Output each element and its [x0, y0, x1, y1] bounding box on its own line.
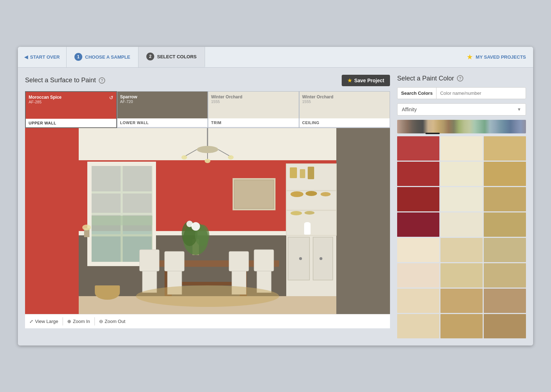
svg-point-54: [181, 155, 187, 160]
color-swatch-22[interactable]: [440, 314, 483, 338]
color-swatch-23[interactable]: [484, 314, 526, 338]
step2-label: SELECT COLORS: [157, 54, 197, 59]
svg-point-56: [205, 159, 210, 163]
dropdown-arrow-icon: ▼: [517, 107, 521, 112]
trim-color-name: Winter Orchard: [211, 94, 296, 99]
surface-color-lower-wall: Sparrow AF-720: [117, 92, 208, 118]
paint-color-help-icon[interactable]: ?: [457, 75, 463, 82]
view-large-button[interactable]: ⤢ View Large: [29, 317, 63, 325]
surface-tab-upper-wall[interactable]: Moroccan Spice AF-285 ↺ UPPER WALL: [25, 91, 117, 128]
ceiling-color-code: 1555: [302, 99, 387, 104]
color-swatch-19[interactable]: [440, 289, 483, 313]
color-swatch-3[interactable]: [397, 162, 439, 186]
zoom-in-button[interactable]: ⊕ Zoom In: [63, 317, 95, 325]
view-large-label: View Large: [35, 319, 58, 324]
color-swatch-11[interactable]: [484, 212, 526, 237]
surface-tab-ceiling[interactable]: Winter Orchard 1555 CEILING: [299, 91, 390, 128]
image-controls: ⤢ View Large ⊕ Zoom In ⊖ Zoom Out: [25, 314, 390, 328]
dropdown-selected-value: Affinity: [402, 107, 517, 112]
color-swatch-14[interactable]: [484, 238, 526, 262]
tab-select-colors[interactable]: 2 SELECT COLORS: [138, 47, 205, 67]
step2-number: 2: [146, 53, 154, 60]
color-strip-indicator: [425, 133, 440, 134]
color-swatch-20[interactable]: [484, 289, 526, 313]
svg-rect-22: [300, 169, 305, 178]
zoom-in-label: Zoom In: [73, 319, 90, 324]
room-image-container: ⤢ View Large ⊕ Zoom In ⊖ Zoom Out: [25, 128, 390, 328]
header: ◀ START OVER 1 CHOOSE A SAMPLE 2 SELECT …: [18, 47, 533, 68]
color-swatch-17[interactable]: [484, 263, 526, 288]
zoom-out-label: Zoom Out: [105, 319, 126, 324]
left-panel: Select a Surface to Paint ? ★ Save Proje…: [25, 75, 390, 338]
color-swatch-5[interactable]: [484, 162, 526, 186]
svg-point-28: [304, 211, 314, 215]
svg-point-63: [304, 222, 311, 226]
search-input[interactable]: [437, 88, 526, 99]
header-right: ★ MY SAVED PROJECTS: [467, 47, 533, 67]
tab-choose-sample[interactable]: 1 CHOOSE A SAMPLE: [67, 47, 138, 67]
color-swatch-16[interactable]: [440, 263, 483, 288]
svg-point-58: [82, 225, 91, 230]
surface-tab-trim[interactable]: Winter Orchard 1555 TRIM: [208, 91, 299, 128]
upper-wall-label: UPPER WALL: [26, 119, 116, 127]
refresh-icon[interactable]: ↺: [109, 95, 113, 101]
svg-point-46: [186, 221, 193, 227]
room-image: [25, 128, 390, 314]
search-row: Search Colors: [397, 87, 526, 99]
color-swatch-9[interactable]: [397, 212, 439, 237]
color-swatch-1[interactable]: [440, 136, 483, 161]
svg-point-55: [228, 155, 234, 160]
svg-rect-35: [165, 251, 184, 271]
color-swatch-0[interactable]: [397, 136, 439, 161]
svg-point-24: [291, 191, 303, 197]
upper-wall-color-name: Moroccan Spice: [29, 95, 113, 100]
surface-color-upper-wall: Moroccan Spice AF-285 ↺: [26, 92, 116, 119]
saved-projects-button[interactable]: MY SAVED PROJECTS: [476, 54, 526, 60]
surface-color-trim: Winter Orchard 1555: [208, 92, 299, 118]
svg-rect-39: [254, 250, 274, 271]
zoom-in-icon: ⊕: [67, 319, 71, 324]
zoom-out-icon: ⊖: [99, 319, 103, 324]
color-palette-strip[interactable]: [397, 120, 526, 133]
lower-wall-color-code: AF-720: [120, 99, 205, 104]
expand-icon: ⤢: [29, 319, 33, 324]
color-swatch-6[interactable]: [397, 187, 439, 211]
svg-rect-61: [95, 285, 120, 293]
back-arrow-icon: ◀: [24, 54, 28, 60]
color-swatch-13[interactable]: [440, 238, 483, 262]
color-swatch-10[interactable]: [440, 212, 483, 237]
color-swatch-2[interactable]: [484, 136, 526, 161]
svg-point-20: [320, 257, 322, 260]
svg-point-50: [197, 146, 218, 153]
star-icon: ★: [467, 53, 473, 61]
app-container: ◀ START OVER 1 CHOOSE A SAMPLE 2 SELECT …: [18, 47, 533, 346]
color-swatch-7[interactable]: [440, 187, 483, 211]
main-content: Select a Surface to Paint ? ★ Save Proje…: [18, 68, 533, 346]
right-panel: Select a Paint Color ? Search Colors Aff…: [397, 75, 526, 338]
save-project-button[interactable]: ★ Save Project: [342, 75, 390, 86]
color-grid: [397, 136, 526, 338]
color-swatch-15[interactable]: [397, 263, 439, 288]
surface-help-icon[interactable]: ?: [99, 77, 105, 84]
lower-wall-label: LOWER WALL: [117, 118, 208, 127]
color-swatch-12[interactable]: [397, 238, 439, 262]
surface-tabs: Moroccan Spice AF-285 ↺ UPPER WALL Sparr…: [25, 91, 390, 128]
left-panel-header: Select a Surface to Paint ? ★ Save Proje…: [25, 75, 390, 86]
svg-rect-18: [313, 237, 333, 280]
color-swatch-21[interactable]: [397, 314, 439, 338]
right-panel-header: Select a Paint Color ?: [397, 75, 526, 82]
start-over-button[interactable]: ◀ START OVER: [18, 47, 67, 67]
zoom-out-button[interactable]: ⊖ Zoom Out: [95, 317, 130, 325]
svg-rect-17: [288, 237, 309, 280]
step1-number: 1: [74, 53, 82, 61]
svg-rect-23: [308, 167, 314, 179]
surface-title-text: Select a Surface to Paint: [25, 77, 96, 84]
affinity-dropdown[interactable]: Affinity ▼: [397, 103, 526, 116]
trim-label: TRIM: [208, 118, 299, 127]
svg-point-27: [291, 211, 302, 215]
color-swatch-8[interactable]: [484, 187, 526, 211]
surface-tab-lower-wall[interactable]: Sparrow AF-720 LOWER WALL: [117, 91, 208, 128]
color-swatch-18[interactable]: [397, 289, 439, 313]
color-swatch-4[interactable]: [440, 162, 483, 186]
svg-rect-33: [140, 250, 159, 271]
